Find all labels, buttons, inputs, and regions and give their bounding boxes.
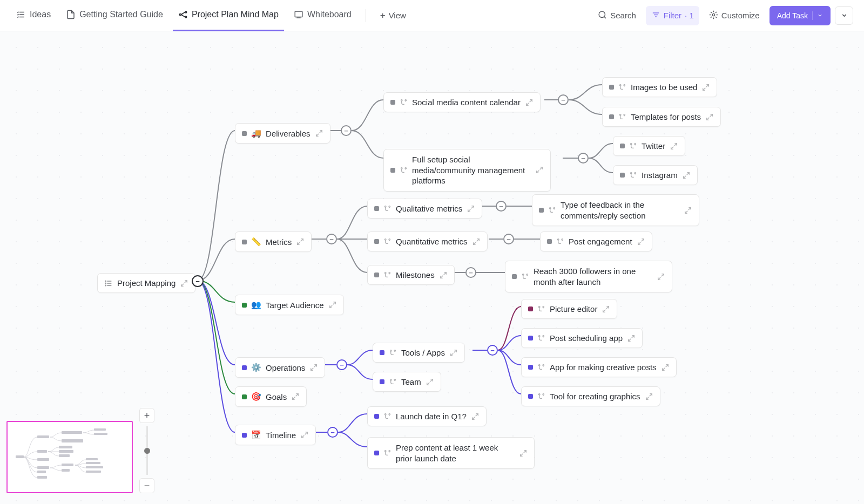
toggle-operations[interactable]: −	[336, 359, 347, 370]
tab-getting-started[interactable]: Getting Started Guide	[60, 0, 168, 31]
zoom-handle[interactable]	[144, 448, 150, 454]
toggle-full-setup[interactable]: −	[578, 153, 589, 164]
customize-button[interactable]: Customize	[704, 6, 765, 25]
search-label: Search	[610, 11, 636, 20]
node-milestones[interactable]: Milestones	[367, 265, 455, 285]
node-label: Milestones	[396, 270, 435, 280]
node-team[interactable]: Team	[373, 372, 441, 392]
svg-point-23	[385, 273, 387, 274]
toggle-quantitative[interactable]: −	[503, 234, 514, 244]
tab-ideas[interactable]: Ideas	[11, 0, 56, 31]
svg-point-34	[624, 85, 625, 86]
emoji-icon: 👥	[251, 300, 261, 310]
node-label: Team	[401, 377, 421, 386]
tab-label: Project Plan Mind Map	[192, 10, 279, 19]
node-twitter[interactable]: Twitter	[613, 136, 685, 156]
filter-count: · 1	[685, 11, 694, 20]
tab-whiteboard[interactable]: Whiteboard	[288, 0, 357, 31]
svg-point-21	[385, 239, 387, 241]
node-label: Operations	[266, 363, 305, 372]
toggle-root[interactable]: −	[192, 275, 204, 287]
svg-point-31	[385, 451, 387, 452]
gear-icon	[709, 10, 718, 21]
node-reach-3000[interactable]: Reach 3000 followers in one month after …	[505, 261, 672, 292]
zoom-out-button[interactable]: −	[139, 478, 154, 493]
node-prep-content[interactable]: Prep content at least 1 week prior launc…	[367, 437, 535, 469]
toggle-metrics[interactable]: −	[326, 234, 337, 244]
node-label: Templates for posts	[631, 112, 701, 121]
svg-rect-70	[62, 469, 70, 472]
svg-rect-63	[62, 439, 83, 442]
node-post-scheduling[interactable]: Post scheduling app	[521, 328, 643, 348]
status-dot	[242, 394, 247, 399]
svg-rect-69	[62, 464, 73, 466]
node-target-audience[interactable]: 👥Target Audience	[235, 295, 344, 315]
node-feedback-type[interactable]: Type of feedback in the comments/reply s…	[532, 194, 699, 226]
node-deliverables[interactable]: 🚚Deliverables	[235, 123, 330, 144]
svg-rect-3	[295, 11, 302, 17]
node-operations[interactable]: ⚙️Operations	[235, 357, 325, 378]
list-icon	[16, 10, 26, 19]
toggle-tools-apps[interactable]: −	[487, 345, 498, 356]
status-dot	[380, 350, 384, 355]
svg-point-39	[631, 173, 632, 174]
minimap[interactable]	[6, 421, 133, 493]
add-view-button[interactable]: + View	[375, 6, 411, 25]
svg-rect-56	[37, 435, 49, 438]
status-dot	[390, 100, 395, 105]
node-qualitative[interactable]: Qualitative metrics	[367, 199, 482, 219]
node-templates-posts[interactable]: Templates for posts	[602, 107, 721, 127]
node-tools-apps[interactable]: Tools / Apps	[373, 343, 465, 363]
node-label: Picture editor	[550, 304, 597, 314]
svg-point-48	[543, 307, 544, 308]
doc-icon	[66, 10, 76, 19]
node-picture-editor[interactable]: Picture editor	[521, 299, 617, 319]
toggle-deliverables[interactable]: −	[341, 125, 352, 136]
node-launch-q1[interactable]: Launch date in Q1?	[367, 406, 487, 426]
node-goals[interactable]: 🎯Goals	[235, 386, 307, 407]
svg-point-51	[539, 365, 541, 366]
zoom-slider[interactable]	[146, 426, 148, 475]
add-task-button[interactable]: Add Task	[770, 6, 831, 25]
node-social-calendar[interactable]: Social media content calendar	[383, 92, 541, 112]
svg-rect-65	[94, 433, 107, 435]
node-label: Metrics	[266, 237, 292, 247]
node-root[interactable]: Project Mapping	[97, 273, 195, 293]
svg-point-37	[631, 144, 632, 145]
svg-point-53	[539, 394, 541, 396]
node-instagram[interactable]: Instagram	[613, 165, 698, 185]
status-dot	[528, 336, 533, 340]
svg-rect-57	[37, 450, 47, 453]
filter-label: Filter	[664, 11, 681, 20]
node-full-setup[interactable]: Full setup social media/community manage…	[383, 149, 551, 192]
node-images-used[interactable]: Images to be used	[602, 77, 717, 97]
node-metrics[interactable]: 📏Metrics	[235, 231, 312, 252]
search-icon	[598, 10, 607, 21]
more-button[interactable]	[835, 6, 853, 25]
status-dot	[242, 365, 247, 370]
zoom-in-button[interactable]: +	[139, 408, 154, 423]
node-app-creative[interactable]: App for making creative posts	[521, 357, 677, 377]
toggle-social-calendar[interactable]: −	[558, 94, 569, 105]
toggle-timeline[interactable]: −	[327, 427, 338, 438]
svg-point-18	[405, 167, 407, 169]
search-button[interactable]: Search	[592, 6, 642, 25]
toggle-qualitative[interactable]: −	[496, 201, 507, 212]
status-dot	[547, 239, 552, 244]
mindmap-canvas[interactable]: Project Mapping🚚Deliverables📏Metrics👥Tar…	[0, 31, 864, 504]
tab-label: Getting Started Guide	[79, 10, 163, 19]
node-tool-graphics[interactable]: Tool for creating graphics	[521, 386, 660, 406]
node-quantitative[interactable]: Quantitative metrics	[367, 231, 488, 251]
svg-rect-62	[62, 431, 82, 434]
toggle-milestones[interactable]: −	[465, 267, 476, 278]
svg-point-44	[562, 239, 563, 241]
emoji-icon: 🚚	[251, 128, 261, 138]
svg-point-12	[105, 281, 106, 281]
tab-mind-map[interactable]: Project Plan Mind Map	[173, 0, 284, 31]
filter-button[interactable]: Filter · 1	[646, 6, 699, 25]
status-dot	[242, 433, 247, 438]
node-timeline[interactable]: 📅Timeline	[235, 425, 316, 445]
svg-point-19	[385, 206, 387, 208]
node-label: Project Mapping	[117, 278, 176, 288]
node-post-engagement[interactable]: Post engagement	[540, 231, 652, 251]
